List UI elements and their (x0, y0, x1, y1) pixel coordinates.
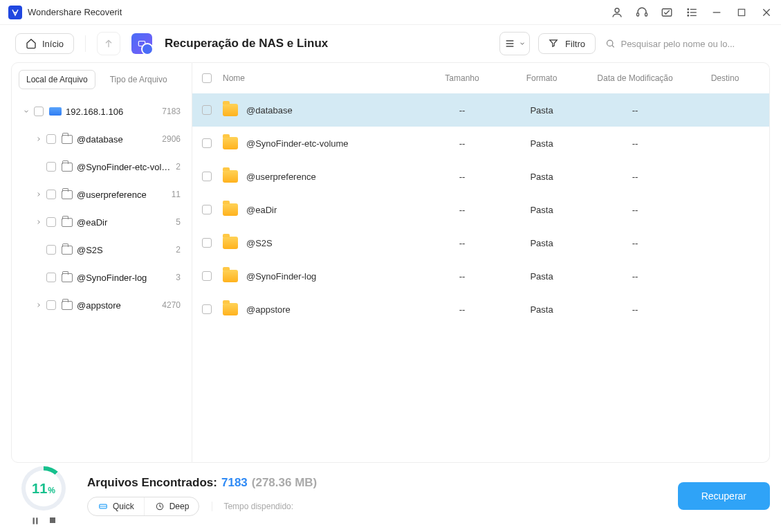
home-label: Início (42, 39, 64, 49)
tree-item-label: @appstore (77, 300, 158, 311)
svg-rect-22 (36, 517, 37, 524)
page-icon (131, 33, 152, 54)
tree-item-count: 3 (176, 273, 181, 282)
tree-item[interactable]: @appstore 4270 (15, 291, 187, 319)
close-icon[interactable] (760, 6, 773, 19)
content-panel: Nome Tamanho Formato Data de Modificação… (192, 62, 770, 463)
row-size: -- (421, 138, 504, 149)
sidebar-tabs: Local de Arquivo Tipo de Arquivo (12, 63, 192, 93)
app-title: Wondershare Recoverit (28, 7, 122, 17)
table-row[interactable]: @appstore -- Pasta -- (192, 293, 769, 326)
search-input[interactable] (621, 39, 769, 49)
row-checkbox[interactable] (202, 105, 212, 115)
row-size: -- (421, 105, 504, 116)
home-button[interactable]: Início (15, 33, 74, 54)
tree-item[interactable]: @SynoFinder-log 3 (15, 264, 187, 291)
tree-item-label: @SynoFinder-etc-volu... (77, 162, 172, 172)
tree-item[interactable]: @S2S 2 (15, 236, 187, 264)
table-row[interactable]: @S2S -- Pasta -- (192, 226, 769, 259)
chevron-right-icon[interactable] (31, 136, 46, 143)
checkbox[interactable] (34, 107, 44, 116)
app-logo-icon (8, 6, 22, 19)
select-all-checkbox[interactable] (202, 73, 212, 83)
row-checkbox[interactable] (202, 271, 212, 281)
row-modified: -- (580, 105, 690, 116)
row-format: Pasta (504, 238, 580, 248)
checkbox[interactable] (46, 134, 56, 144)
found-size: (278.36 MB) (252, 476, 317, 490)
title-bar: Wondershare Recoverit (0, 0, 781, 25)
chevron-right-icon[interactable] (31, 191, 46, 198)
filter-button[interactable]: Filtro (538, 33, 596, 54)
row-name: @S2S (246, 238, 273, 248)
support-icon[interactable] (636, 6, 648, 19)
svg-point-19 (607, 40, 612, 46)
tree-item-label: @eaDir (77, 217, 172, 228)
tab-file-type[interactable]: Tipo de Arquivo (102, 70, 175, 89)
maximize-icon[interactable] (735, 6, 748, 19)
time-spent-label: Tempo dispendido: (212, 502, 293, 511)
row-checkbox[interactable] (202, 238, 212, 248)
chevron-right-icon[interactable] (31, 219, 46, 226)
tree-item-count: 2 (176, 245, 181, 255)
row-checkbox[interactable] (202, 304, 212, 314)
folder-icon (223, 104, 238, 116)
checkbox[interactable] (46, 245, 56, 255)
tree-item-label: @database (77, 134, 158, 145)
col-name[interactable]: Nome (223, 73, 421, 83)
table-header: Nome Tamanho Formato Data de Modificação… (192, 63, 769, 93)
quick-scan-button[interactable]: Quick (88, 497, 144, 515)
checkbox[interactable] (46, 162, 56, 172)
chevron-right-icon[interactable] (31, 302, 46, 309)
svg-rect-2 (645, 12, 647, 16)
row-modified: -- (580, 172, 690, 182)
list-icon[interactable] (686, 6, 698, 19)
row-checkbox[interactable] (202, 172, 212, 181)
checkbox[interactable] (46, 217, 56, 227)
search-box[interactable] (604, 35, 770, 52)
row-checkbox[interactable] (202, 205, 212, 214)
minimize-icon[interactable] (710, 6, 723, 19)
tree-item[interactable]: @userpreference 11 (15, 181, 187, 208)
tab-file-location[interactable]: Local de Arquivo (19, 70, 95, 89)
col-modified[interactable]: Data de Modificação (580, 73, 690, 83)
row-checkbox[interactable] (202, 138, 212, 148)
stop-icon[interactable] (48, 516, 57, 526)
toolbar: Início Recuperação de NAS e Linux Filtro (0, 25, 781, 62)
deep-scan-button[interactable]: Deep (144, 497, 199, 515)
col-size[interactable]: Tamanho (421, 73, 504, 83)
row-size: -- (421, 271, 504, 282)
col-format[interactable]: Formato (504, 73, 580, 83)
row-size: -- (421, 304, 504, 315)
folder-outline-icon (62, 273, 73, 282)
table-row[interactable]: @SynoFinder-log -- Pasta -- (192, 259, 769, 293)
feedback-icon[interactable] (661, 6, 673, 19)
table-row[interactable]: @userpreference -- Pasta -- (192, 160, 769, 193)
recover-button[interactable]: Recuperar (678, 482, 770, 510)
table-row[interactable]: @database -- Pasta -- (192, 93, 769, 127)
folder-outline-icon (62, 190, 73, 199)
checkbox[interactable] (46, 273, 56, 282)
folder-icon (223, 137, 238, 149)
row-size: -- (421, 205, 504, 215)
pause-icon[interactable] (30, 516, 40, 526)
title-bar-right (611, 6, 773, 19)
tree-item[interactable]: @eaDir 5 (15, 208, 187, 236)
checkbox[interactable] (46, 300, 56, 310)
up-button[interactable] (97, 32, 120, 55)
chevron-down-icon[interactable] (19, 108, 34, 115)
col-dest[interactable]: Destino (690, 73, 760, 83)
account-icon[interactable] (611, 6, 623, 19)
view-mode-button[interactable] (499, 32, 530, 55)
tree-root[interactable]: 192.168.1.106 7183 (15, 98, 187, 125)
table-row[interactable]: @SynoFinder-etc-volume -- Pasta -- (192, 127, 769, 160)
checkbox[interactable] (46, 190, 56, 199)
tree-item[interactable]: @SynoFinder-etc-volu... 2 (15, 153, 187, 181)
folder-outline-icon (62, 301, 73, 310)
row-name: @SynoFinder-log (246, 271, 316, 282)
divider (85, 35, 86, 52)
table-row[interactable]: @eaDir -- Pasta -- (192, 193, 769, 226)
svg-point-4 (688, 8, 689, 10)
tree-item[interactable]: @database 2906 (15, 125, 187, 153)
progress-area: 11% (11, 466, 76, 526)
